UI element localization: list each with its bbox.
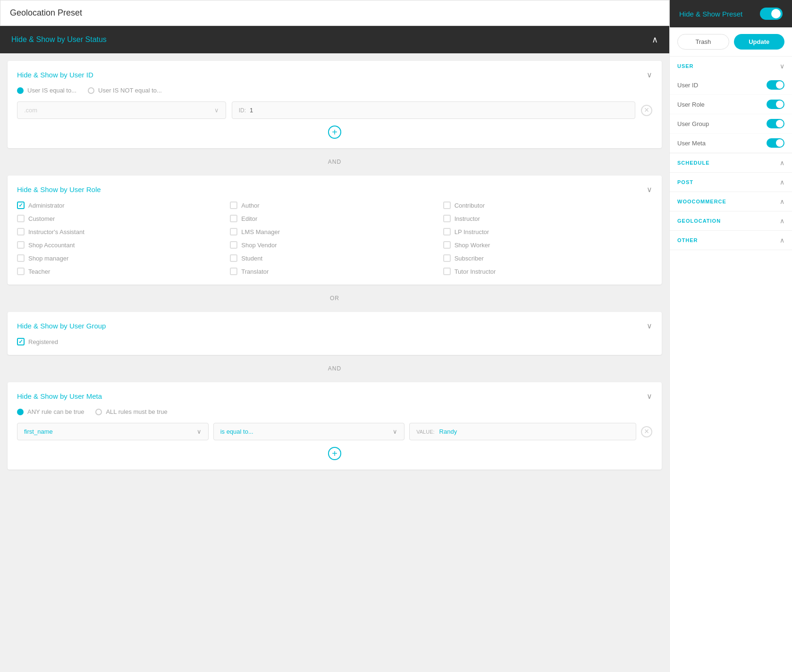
user-status-header[interactable]: Hide & Show by User Status ∧ xyxy=(0,26,669,53)
role-checkbox[interactable] xyxy=(17,268,25,275)
role-checkbox[interactable] xyxy=(443,215,451,222)
any-rule-option[interactable]: ANY rule can be true xyxy=(17,408,84,415)
add-meta-icon[interactable]: + xyxy=(328,447,341,460)
user-id-field[interactable]: ID: 1 xyxy=(232,101,635,119)
add-user-id-icon[interactable]: + xyxy=(328,126,341,139)
user-meta-toggle[interactable] xyxy=(767,138,784,148)
role-checkbox[interactable] xyxy=(230,268,237,275)
list-item[interactable]: Shop manager xyxy=(17,254,226,262)
role-checkbox[interactable] xyxy=(17,241,25,249)
list-item[interactable]: Instructor's Assistant xyxy=(17,228,226,235)
list-item[interactable]: Shop Accountant xyxy=(17,241,226,249)
separator-and-1: AND xyxy=(0,156,669,168)
separator-and-2: AND xyxy=(0,362,669,375)
schedule-section-chevron[interactable]: ∧ xyxy=(780,159,784,167)
role-checkbox[interactable] xyxy=(230,241,237,249)
group-label: Registered xyxy=(28,338,58,345)
list-item[interactable]: Contributor xyxy=(443,202,652,209)
woocommerce-section-chevron[interactable]: ∧ xyxy=(780,198,784,205)
meta-add-btn[interactable]: + xyxy=(17,447,652,460)
sidebar-item-user-group: User Group xyxy=(670,114,792,134)
other-section-header[interactable]: OTHER ∧ xyxy=(670,231,792,250)
list-item[interactable]: Teacher xyxy=(17,268,226,275)
post-section-chevron[interactable]: ∧ xyxy=(780,178,784,186)
list-item[interactable]: Shop Worker xyxy=(443,241,652,249)
role-label: Customer xyxy=(28,215,55,222)
role-checkbox[interactable] xyxy=(443,228,451,235)
geolocation-section-chevron[interactable]: ∧ xyxy=(780,217,784,225)
user-id-clear-btn[interactable]: × xyxy=(641,105,652,116)
trash-button[interactable]: Trash xyxy=(677,34,729,50)
role-checkbox[interactable] xyxy=(17,202,25,209)
user-id-toggle[interactable] xyxy=(767,80,784,90)
user-domain-select[interactable]: .com ∨ xyxy=(17,101,226,119)
user-section-header[interactable]: USER ∨ xyxy=(670,57,792,76)
meta-field-select[interactable]: first_name ∨ xyxy=(17,423,209,440)
role-checkbox[interactable] xyxy=(17,228,25,235)
role-checkbox[interactable] xyxy=(443,202,451,209)
separator-or: OR xyxy=(0,292,669,304)
user-meta-chevron[interactable]: ∨ xyxy=(647,392,652,401)
post-section-header[interactable]: POST ∧ xyxy=(670,173,792,192)
role-checkbox[interactable] xyxy=(443,241,451,249)
geolocation-section-title: GEOLOCATION xyxy=(677,218,721,224)
role-checkbox[interactable] xyxy=(17,215,25,222)
sidebar-section-other: OTHER ∧ xyxy=(670,231,792,250)
update-button[interactable]: Update xyxy=(734,34,785,50)
list-item[interactable]: Student xyxy=(230,254,439,262)
role-checkbox[interactable] xyxy=(230,228,237,235)
user-group-toggle[interactable] xyxy=(767,119,784,128)
list-item[interactable]: Administrator xyxy=(17,202,226,209)
list-item[interactable]: Author xyxy=(230,202,439,209)
user-status-chevron[interactable]: ∧ xyxy=(652,34,658,45)
sidebar-top: Hide & Show Preset xyxy=(670,0,792,27)
post-section-title: POST xyxy=(677,179,693,185)
user-section-chevron[interactable]: ∨ xyxy=(780,62,784,70)
list-item[interactable]: Registered xyxy=(17,338,226,345)
any-rule-dot xyxy=(17,409,24,415)
list-item[interactable]: Editor xyxy=(230,215,439,222)
role-label: Instructor xyxy=(455,215,480,222)
user-role-toggle[interactable] xyxy=(767,100,784,109)
list-item[interactable]: LP Instructor xyxy=(443,228,652,235)
list-item[interactable]: Instructor xyxy=(443,215,652,222)
role-label: Instructor's Assistant xyxy=(28,228,84,235)
role-checkbox[interactable] xyxy=(443,254,451,262)
any-rule-label: ANY rule can be true xyxy=(27,408,84,415)
meta-clear-btn[interactable]: × xyxy=(641,426,652,437)
woocommerce-section-header[interactable]: WOOCOMMERCE ∧ xyxy=(670,192,792,211)
all-rules-option[interactable]: ALL rules must be true xyxy=(95,408,167,415)
list-item[interactable]: Tutor Instructor xyxy=(443,268,652,275)
user-not-equal-option[interactable]: User IS NOT equal to... xyxy=(88,87,162,94)
schedule-section-header[interactable]: SCHEDULE ∧ xyxy=(670,153,792,172)
list-item[interactable]: LMS Manager xyxy=(230,228,439,235)
role-checkbox[interactable] xyxy=(230,202,237,209)
list-item[interactable]: Shop Vendor xyxy=(230,241,439,249)
sidebar: Hide & Show Preset Trash Update USER ∨ U… xyxy=(669,0,792,672)
list-item[interactable]: Translator xyxy=(230,268,439,275)
meta-value-field[interactable]: VALUE: Randy xyxy=(409,423,636,440)
geolocation-section-header[interactable]: GEOLOCATION ∧ xyxy=(670,211,792,230)
preset-toggle-switch[interactable] xyxy=(760,8,783,20)
list-item[interactable]: Customer xyxy=(17,215,226,222)
list-item[interactable]: Subscriber xyxy=(443,254,652,262)
role-checkbox[interactable] xyxy=(443,268,451,275)
user-meta-panel: Hide & Show by User Meta ∨ ANY rule can … xyxy=(8,382,662,470)
user-id-add-btn[interactable]: + xyxy=(17,126,652,139)
user-group-chevron[interactable]: ∨ xyxy=(647,321,652,330)
role-checkbox[interactable] xyxy=(17,254,25,262)
sidebar-item-user-id: User ID xyxy=(670,76,792,95)
meta-operator-select[interactable]: is equal to... ∨ xyxy=(213,423,405,440)
other-section-chevron[interactable]: ∧ xyxy=(780,236,784,244)
group-checkbox[interactable] xyxy=(17,338,25,345)
sidebar-section-woocommerce: WOOCOMMERCE ∧ xyxy=(670,192,792,211)
role-checkbox[interactable] xyxy=(230,254,237,262)
meta-input-row: first_name ∨ is equal to... ∨ VALUE: Ran… xyxy=(17,423,652,440)
user-is-equal-option[interactable]: User IS equal to... xyxy=(17,87,76,94)
role-checkbox[interactable] xyxy=(230,215,237,222)
user-id-item-label: User ID xyxy=(677,82,698,89)
user-role-chevron[interactable]: ∨ xyxy=(647,185,652,194)
user-id-chevron[interactable]: ∨ xyxy=(647,70,652,79)
user-group-checkbox-grid: Registered xyxy=(17,338,652,345)
role-label: Translator xyxy=(241,268,269,275)
